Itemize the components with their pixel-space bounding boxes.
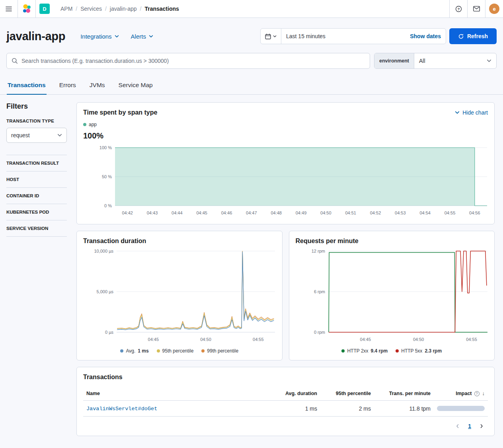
filter-section-host[interactable]: HOST	[6, 171, 67, 188]
filter-section-kubernetes-pod[interactable]: KUBERNETES POD	[6, 204, 67, 220]
column-label: Trans. per minute	[389, 391, 431, 396]
transaction-duration-card: Transaction duration 0 µs5,000 µs10,000 …	[76, 231, 283, 360]
impact-bar	[437, 406, 485, 411]
svg-text:04:55: 04:55	[445, 210, 456, 215]
svg-text:04:46: 04:46	[221, 210, 232, 215]
elastic-home-button[interactable]	[18, 0, 35, 18]
chevron-down-icon	[273, 35, 277, 38]
chart-svg: 0 %50 %100 %04:4204:4304:4404:4504:4604:…	[83, 144, 488, 218]
space-switcher[interactable]: D	[36, 0, 53, 18]
legend-item-avg[interactable]: Avg.1 ms	[120, 348, 148, 354]
column-header-avg-duration[interactable]: Avg. duration	[267, 386, 320, 401]
card-title: Requests per minute	[296, 238, 488, 245]
breadcrumb-item-apm[interactable]: APM	[60, 6, 72, 12]
svg-text:04:48: 04:48	[271, 210, 282, 215]
show-dates-button[interactable]: Show dates	[410, 33, 441, 39]
refresh-label: Refresh	[467, 33, 488, 39]
legend-item-99th-percentile[interactable]: 99th percentile	[201, 348, 238, 354]
requests-per-minute-chart[interactable]: 0 rpm6 rpm12 rpm04:4504:5004:55	[296, 248, 488, 344]
span-type-headline: 100%	[83, 131, 488, 140]
chart-svg: 0 rpm6 rpm12 rpm04:4504:5004:55	[296, 248, 488, 344]
legend-label: 95th percentile	[162, 348, 194, 354]
quick-select-button[interactable]	[261, 29, 281, 44]
refresh-button[interactable]: Refresh	[449, 28, 497, 44]
environment-select[interactable]: All	[414, 53, 496, 68]
hide-chart-button[interactable]: Hide chart	[455, 109, 488, 116]
transaction-duration-chart[interactable]: 0 µs5,000 µs10,000 µs04:4504:5004:55	[83, 248, 276, 344]
breadcrumb-item-services[interactable]: Services	[80, 6, 102, 12]
transactions-table-card: Transactions NameAvg. duration95th perce…	[76, 367, 495, 436]
transactions-table: NameAvg. duration95th percentileTrans. p…	[83, 386, 488, 417]
chevron-down-icon	[57, 133, 62, 138]
help-button[interactable]: ?	[450, 0, 467, 18]
chevron-left-icon	[455, 424, 460, 429]
filter-section-service-version[interactable]: SERVICE VERSION	[6, 220, 67, 237]
menu-button[interactable]	[0, 0, 18, 18]
chevron-right-icon	[479, 424, 484, 429]
legend-item-http-2xx[interactable]: HTTP 2xx9.4 rpm	[341, 348, 388, 354]
svg-text:100 %: 100 %	[99, 145, 112, 150]
notifications-button[interactable]	[468, 0, 485, 18]
hamburger-icon	[6, 6, 12, 12]
legend-value: 2.3 rpm	[425, 348, 442, 354]
tab-jvms[interactable]: JVMs	[89, 78, 106, 95]
cell-trans-per-minute: 11.8 tpm	[374, 401, 434, 417]
integrations-label: Integrations	[80, 33, 111, 40]
legend-item-http-5xx[interactable]: HTTP 5xx2.3 rpm	[396, 348, 442, 354]
column-label: Avg. duration	[285, 391, 317, 396]
page-number-1[interactable]: 1	[468, 423, 471, 429]
next-page-button[interactable]	[479, 424, 484, 429]
legend-dot-icon	[83, 123, 86, 126]
breadcrumb-separator: /	[105, 6, 107, 12]
filter-section-container-id[interactable]: CONTAINER ID	[6, 188, 67, 204]
refresh-icon	[458, 33, 464, 39]
filters-heading: Filters	[6, 102, 67, 111]
main-content: Time spent by span type Hide chart app 1…	[76, 102, 495, 436]
legend-value: 1 ms	[138, 348, 148, 354]
svg-text:04:49: 04:49	[296, 210, 307, 215]
requests-per-minute-card: Requests per minute 0 rpm6 rpm12 rpm04:4…	[289, 231, 495, 360]
search-icon	[12, 58, 18, 64]
svg-text:0 %: 0 %	[104, 203, 112, 208]
chevron-down-icon	[487, 58, 491, 63]
user-menu-button[interactable]: e	[485, 0, 503, 18]
search-transactions-input[interactable]	[21, 58, 365, 64]
legend-item-95th-percentile[interactable]: 95th percentile	[157, 348, 194, 354]
svg-text:04:44: 04:44	[172, 210, 183, 215]
svg-text:04:45: 04:45	[196, 210, 207, 215]
search-box	[6, 53, 370, 69]
integrations-menu-button[interactable]: Integrations	[80, 33, 119, 40]
column-label: 95th percentile	[336, 391, 371, 396]
card-title: Transaction duration	[83, 238, 276, 245]
column-header-trans-per-minute[interactable]: Trans. per minute	[374, 386, 434, 401]
legend-label: app	[89, 122, 97, 127]
column-header-name[interactable]: Name	[83, 386, 267, 401]
column-label: Impact	[456, 391, 472, 396]
time-spent-by-span-type-card: Time spent by span type Hide chart app 1…	[76, 102, 495, 224]
span-type-chart[interactable]: 0 %50 %100 %04:4204:4304:4404:4504:4604:…	[83, 144, 488, 218]
span-type-legend: app	[83, 122, 488, 127]
tab-errors[interactable]: Errors	[58, 78, 77, 95]
breadcrumb-separator: /	[76, 6, 77, 12]
breadcrumb-separator: /	[140, 6, 142, 12]
tab-service-map[interactable]: Service Map	[118, 78, 154, 95]
filter-section-transaction-result[interactable]: TRANSACTION RESULT	[6, 155, 67, 171]
previous-page-button[interactable]	[455, 424, 460, 429]
legend-item-app[interactable]: app	[83, 122, 97, 127]
transaction-duration-legend: Avg.1 ms95th percentile99th percentile	[83, 348, 276, 354]
transaction-link[interactable]: JavalinWsServlet#doGet	[86, 406, 157, 412]
svg-text:10,000 µs: 10,000 µs	[94, 249, 113, 253]
svg-text:0 µs: 0 µs	[105, 330, 114, 335]
environment-filter: environment All	[374, 53, 497, 69]
alerts-menu-button[interactable]: Alerts	[131, 33, 153, 40]
impact-help-icon[interactable]: ?	[474, 391, 480, 396]
breadcrumb-item-javalin-app[interactable]: javalin-app	[110, 6, 137, 12]
transaction-type-select[interactable]: request	[6, 128, 67, 143]
tab-transactions[interactable]: Transactions	[7, 78, 47, 95]
time-range-value[interactable]: Last 15 minutes	[281, 33, 326, 39]
column-header-95th-percentile[interactable]: 95th percentile	[320, 386, 374, 401]
column-header-impact[interactable]: Impact?↓	[434, 386, 488, 401]
column-label: Name	[86, 391, 100, 396]
cell-avg-duration: 1 ms	[267, 401, 320, 417]
pagination: 1	[83, 423, 488, 429]
